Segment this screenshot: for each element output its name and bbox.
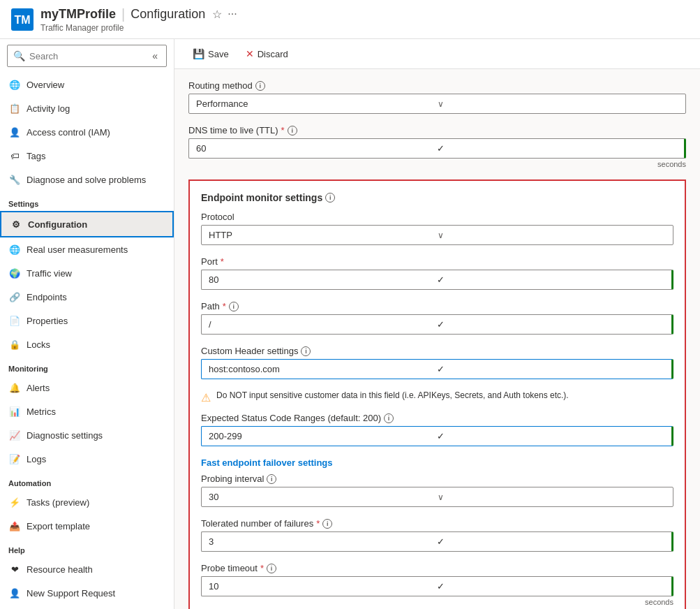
sidebar-item-tasks[interactable]: ⚡ Tasks (preview) — [0, 490, 174, 514]
sidebar-item-label: Tasks (preview) — [27, 497, 89, 508]
endpoint-monitor-title: Endpoint monitor settings i — [201, 192, 673, 203]
endpoints-icon: 🔗 — [8, 291, 21, 303]
routing-method-select[interactable]: Performance ∨ — [188, 94, 686, 114]
probe-timeout-required: * — [260, 563, 264, 573]
sidebar-item-label: Export template — [27, 521, 90, 531]
access-control-icon: 👤 — [8, 126, 21, 138]
probe-timeout-input[interactable]: 10 ✓ — [201, 576, 673, 596]
sidebar-item-configuration[interactable]: ⚙ Configuration — [0, 211, 174, 237]
tolerated-failures-info-icon[interactable]: i — [322, 519, 332, 529]
routing-method-info-icon[interactable]: i — [255, 81, 265, 91]
dns-ttl-input[interactable]: 60 ✓ — [188, 138, 686, 159]
sidebar: 🔍 « 🌐 Overview 📋 Activity log 👤 Access c… — [0, 39, 174, 609]
monitoring-section-label: Monitoring — [0, 356, 174, 376]
expected-status-input[interactable]: 200-299 ✓ — [201, 426, 673, 446]
probing-interval-chevron-icon: ∨ — [438, 492, 667, 502]
sidebar-item-diagnose[interactable]: 🔧 Diagnose and solve problems — [0, 168, 174, 191]
custom-header-group: Custom Header settings i host:contoso.co… — [201, 346, 673, 379]
expected-status-valid-icon: ✓ — [437, 431, 665, 441]
protocol-label: Protocol — [201, 212, 673, 222]
sidebar-item-label: Diagnose and solve problems — [27, 175, 146, 185]
settings-section-label: Settings — [0, 191, 174, 211]
sidebar-item-label: Traffic view — [27, 268, 72, 279]
sidebar-item-logs[interactable]: 📝 Logs — [0, 447, 174, 471]
discard-label: Discard — [258, 49, 288, 59]
path-input[interactable]: / ✓ — [201, 314, 673, 335]
dns-ttl-valid-icon: ✓ — [437, 143, 678, 154]
dns-ttl-info-icon[interactable]: i — [288, 126, 297, 135]
help-section-label: Help — [0, 538, 174, 557]
path-info-icon[interactable]: i — [229, 302, 239, 311]
tasks-icon: ⚡ — [8, 496, 21, 508]
sidebar-item-tags[interactable]: 🏷 Tags — [0, 144, 174, 168]
tolerated-failures-input[interactable]: 3 ✓ — [201, 531, 673, 552]
tags-icon: 🏷 — [8, 149, 21, 162]
port-label: Port * — [201, 256, 673, 267]
sidebar-item-label: Resource health — [27, 564, 93, 575]
properties-icon: 📄 — [8, 314, 21, 327]
sidebar-item-label: Activity log — [27, 103, 70, 114]
collapse-button[interactable]: « — [149, 49, 161, 63]
dns-ttl-group: DNS time to live (TTL) * i 60 ✓ seconds — [188, 125, 686, 168]
sidebar-item-export-template[interactable]: 📤 Export template — [0, 514, 174, 538]
probing-interval-select[interactable]: 30 ∨ — [201, 487, 673, 507]
port-input[interactable]: 80 ✓ — [201, 270, 673, 290]
dns-ttl-suffix: seconds — [188, 160, 686, 168]
probing-interval-group: Probing interval i 30 ∨ — [201, 474, 673, 507]
probe-timeout-info-icon[interactable]: i — [267, 564, 276, 573]
save-icon: 💾 — [193, 48, 204, 59]
probe-timeout-label: Probe timeout * i — [201, 563, 673, 573]
more-options-button[interactable]: ··· — [228, 8, 237, 20]
port-group: Port * 80 ✓ — [201, 256, 673, 290]
locks-icon: 🔒 — [8, 338, 21, 351]
protocol-group: Protocol HTTP ∨ — [201, 212, 673, 245]
sidebar-item-diagnostic-settings[interactable]: 📈 Diagnostic settings — [0, 423, 174, 447]
header-title-group: myTMProfile | Configuration ☆ ··· Traffi… — [40, 6, 237, 33]
custom-header-info-icon[interactable]: i — [301, 346, 311, 356]
probing-interval-info-icon[interactable]: i — [267, 474, 276, 484]
warning-text: Do NOT input sensitive customer data in … — [216, 390, 569, 400]
custom-header-input[interactable]: host:contoso.com ✓ — [201, 359, 673, 379]
sidebar-item-resource-health[interactable]: ❤ Resource health — [0, 557, 174, 581]
real-user-icon: 🌐 — [8, 243, 21, 256]
dns-ttl-label: DNS time to live (TTL) * i — [188, 125, 686, 135]
path-group: Path * i / ✓ — [201, 301, 673, 335]
probing-interval-label: Probing interval i — [201, 474, 673, 484]
sidebar-item-activity-log[interactable]: 📋 Activity log — [0, 96, 174, 120]
diagnose-icon: 🔧 — [8, 173, 21, 186]
new-support-icon: 👤 — [8, 587, 21, 599]
configuration-content: Routing method i Performance ∨ DNS time … — [174, 69, 700, 609]
discard-button[interactable]: ✕ Discard — [239, 45, 295, 63]
expected-status-info-icon[interactable]: i — [384, 413, 394, 423]
sidebar-item-real-user[interactable]: 🌐 Real user measurements — [0, 237, 174, 261]
sidebar-item-endpoints[interactable]: 🔗 Endpoints — [0, 285, 174, 309]
sidebar-item-metrics[interactable]: 📊 Metrics — [0, 399, 174, 423]
favorite-star[interactable]: ☆ — [212, 8, 222, 21]
sidebar-item-label: New Support Request — [27, 588, 115, 599]
sidebar-item-access-control[interactable]: 👤 Access control (IAM) — [0, 120, 174, 144]
sidebar-item-label: Configuration — [28, 219, 87, 230]
sidebar-item-traffic-view[interactable]: 🌍 Traffic view — [0, 261, 174, 285]
endpoint-monitor-info-icon[interactable]: i — [325, 193, 335, 203]
resource-name: myTMProfile — [40, 7, 116, 22]
probe-timeout-group: Probe timeout * i 10 ✓ seconds — [201, 563, 673, 606]
overview-icon: 🌐 — [8, 78, 21, 91]
sidebar-item-new-support[interactable]: 👤 New Support Request — [0, 581, 174, 605]
logs-icon: 📝 — [8, 453, 21, 465]
sidebar-item-label: Diagnostic settings — [27, 430, 103, 441]
sidebar-item-alerts[interactable]: 🔔 Alerts — [0, 376, 174, 399]
sidebar-item-overview[interactable]: 🌐 Overview — [0, 73, 174, 96]
resource-icon: TM — [11, 8, 33, 31]
protocol-select[interactable]: HTTP ∨ — [201, 225, 673, 245]
page-header: TM myTMProfile | Configuration ☆ ··· Tra… — [0, 0, 700, 39]
save-button[interactable]: 💾 Save — [186, 45, 236, 63]
sidebar-item-label: Locks — [27, 339, 50, 350]
sidebar-item-locks[interactable]: 🔒 Locks — [0, 332, 174, 356]
sidebar-item-label: Endpoints — [27, 292, 67, 302]
warning-icon: ⚠ — [201, 391, 211, 404]
required-marker: * — [281, 125, 285, 135]
probe-timeout-value: 10 — [209, 581, 437, 592]
protocol-value: HTTP — [209, 230, 438, 240]
search-input[interactable] — [29, 51, 149, 61]
sidebar-item-properties[interactable]: 📄 Properties — [0, 309, 174, 332]
